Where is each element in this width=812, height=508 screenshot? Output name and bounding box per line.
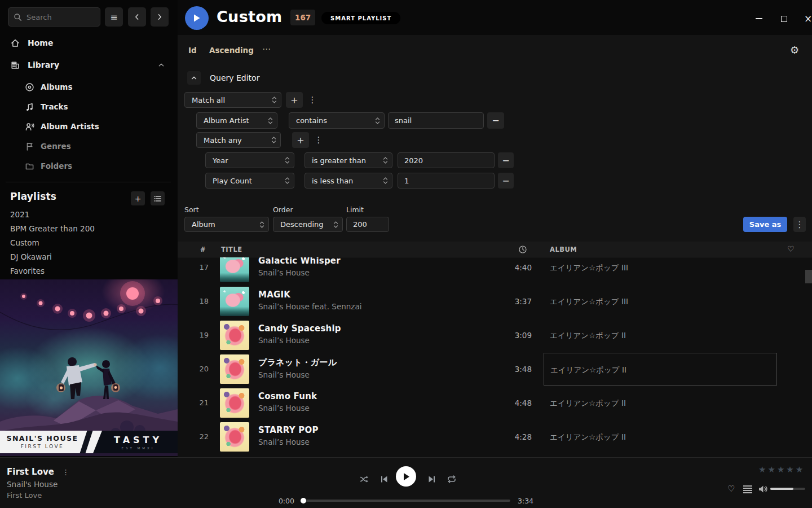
- playlist-item[interactable]: Favorites: [10, 266, 162, 277]
- rule-field-select[interactable]: Album Artist: [196, 112, 277, 129]
- sort-field-button[interactable]: Id: [188, 46, 197, 55]
- column-header-title[interactable]: TITLE: [221, 246, 242, 253]
- volume-slider[interactable]: [770, 488, 805, 490]
- play-playlist-button[interactable]: [185, 6, 209, 30]
- sidebar-item-album-artists[interactable]: Album Artists: [0, 120, 178, 133]
- track-artist[interactable]: Snail’s House: [258, 404, 317, 413]
- window-close-button[interactable]: ×: [800, 12, 812, 25]
- track-album-selected-cell[interactable]: エイリアン☆ポップ II: [544, 353, 777, 386]
- scrollbar-thumb[interactable]: [805, 270, 812, 283]
- track-title[interactable]: Candy Spaceship: [258, 323, 341, 334]
- playlist-item[interactable]: 2021: [10, 210, 162, 220]
- match-type-select[interactable]: Match all: [184, 92, 281, 108]
- track-title[interactable]: STARRY POP: [258, 425, 319, 435]
- track-album[interactable]: エイリアン☆ポップ II: [544, 421, 777, 453]
- rule-field-select[interactable]: Year: [205, 152, 294, 168]
- track-artist[interactable]: Snail’s House: [258, 437, 319, 446]
- gear-icon[interactable]: ⚙: [790, 44, 799, 56]
- now-playing-album[interactable]: First Love: [7, 491, 42, 500]
- playlist-list-button[interactable]: [151, 191, 165, 205]
- track-row[interactable]: 22 STARRY POPSnail’s House 4:28 エイリアン☆ポッ…: [178, 420, 812, 454]
- sidebar-item-home[interactable]: Home: [0, 36, 178, 50]
- save-as-button[interactable]: Save as: [743, 217, 787, 232]
- star-icon[interactable]: ★: [777, 465, 786, 475]
- column-header-index[interactable]: #: [200, 246, 206, 253]
- track-row[interactable]: 18 MAGIKSnail’s House feat. Sennzai 3:37…: [178, 284, 812, 318]
- track-album-art[interactable]: [220, 422, 249, 452]
- remove-rule-button[interactable]: −: [498, 152, 514, 168]
- add-rule-button[interactable]: +: [286, 92, 303, 108]
- sidebar-item-folders[interactable]: Folders: [0, 160, 178, 172]
- sort-direction-button[interactable]: Ascending: [209, 46, 254, 55]
- track-title[interactable]: MAGIK: [258, 290, 361, 300]
- rule-operator-select[interactable]: contains: [289, 112, 385, 129]
- previous-button[interactable]: [377, 472, 391, 487]
- now-playing-title[interactable]: First Love: [7, 467, 54, 477]
- window-minimize-button[interactable]: [751, 12, 767, 25]
- remove-rule-button[interactable]: −: [487, 112, 504, 129]
- track-album[interactable]: エイリアン☆ポップ III: [544, 285, 777, 318]
- rating-stars[interactable]: ★★★★★: [758, 465, 805, 475]
- track-artist[interactable]: Snail’s House: [258, 336, 341, 345]
- clock-icon[interactable]: [518, 245, 527, 254]
- next-button[interactable]: [425, 472, 439, 487]
- track-artist[interactable]: Snail’s House: [258, 268, 341, 277]
- nav-back-button[interactable]: [128, 7, 146, 27]
- playlist-item[interactable]: DJ Okawari: [10, 252, 162, 262]
- now-playing-album-art[interactable]: SNAIL'S HOUSE FIRST LOVE TASTY EST MMXI: [0, 279, 178, 456]
- rule-value-input[interactable]: [388, 112, 484, 129]
- menu-button[interactable]: ≡: [105, 7, 123, 27]
- favorite-button[interactable]: ♡: [727, 484, 735, 494]
- sidebar-item-albums[interactable]: Albums: [0, 81, 178, 93]
- rule-operator-select[interactable]: is greater than: [304, 152, 392, 168]
- sort-select[interactable]: Album: [184, 217, 269, 232]
- track-title[interactable]: Cosmo Funk: [258, 391, 317, 401]
- group-menu-button[interactable]: ⋮: [308, 92, 317, 108]
- volume-button[interactable]: [758, 485, 768, 493]
- rule-operator-select[interactable]: is less than: [304, 173, 392, 189]
- playlist-item[interactable]: BPM Greater than 200: [10, 224, 162, 234]
- nav-forward-button[interactable]: [151, 7, 169, 27]
- kebab-icon[interactable]: ⋮: [62, 468, 69, 476]
- rule-value-input[interactable]: [398, 173, 495, 189]
- seek-bar[interactable]: [302, 500, 510, 502]
- query-editor-collapse-button[interactable]: [187, 71, 201, 85]
- limit-input[interactable]: [346, 217, 389, 232]
- order-select[interactable]: Descending: [273, 217, 343, 232]
- column-header-album[interactable]: ALBUM: [550, 246, 577, 253]
- now-playing-artist[interactable]: Snail's House: [7, 480, 58, 489]
- track-row[interactable]: 20 プラネット・ガールSnail’s House 3:48 エイリアン☆ポップ…: [178, 352, 812, 386]
- track-album-art[interactable]: [220, 321, 249, 350]
- track-artist[interactable]: Snail’s House: [258, 370, 337, 379]
- save-menu-button[interactable]: ⋮: [793, 217, 806, 232]
- track-album[interactable]: エイリアン☆ポップ II: [544, 387, 777, 419]
- track-row[interactable]: 19 Candy SpaceshipSnail’s House 3:09 エイリ…: [178, 318, 812, 352]
- shuffle-button[interactable]: [357, 472, 372, 487]
- playlist-item[interactable]: Custom: [10, 238, 162, 248]
- rule-field-select[interactable]: Play Count: [205, 173, 294, 189]
- queue-button[interactable]: [743, 485, 752, 493]
- play-pause-button[interactable]: [396, 466, 416, 487]
- sidebar-item-library[interactable]: Library: [0, 58, 178, 72]
- search-input[interactable]: [27, 13, 89, 21]
- match-type-select[interactable]: Match any: [196, 132, 281, 148]
- repeat-button[interactable]: [444, 472, 459, 487]
- track-album-art[interactable]: [220, 287, 249, 316]
- seek-handle[interactable]: [301, 498, 306, 503]
- group-menu-button[interactable]: ⋮: [314, 132, 323, 148]
- sidebar-item-genres[interactable]: Genres: [0, 140, 178, 152]
- track-artist[interactable]: Snail’s House feat. Sennzai: [258, 302, 361, 311]
- track-row[interactable]: 21 Cosmo FunkSnail’s House 4:48 エイリアン☆ポッ…: [178, 386, 812, 420]
- track-album[interactable]: エイリアン☆ポップ II: [544, 319, 777, 352]
- star-icon[interactable]: ★: [786, 465, 795, 475]
- search-box[interactable]: [8, 7, 100, 27]
- heart-icon[interactable]: ♡: [787, 244, 795, 253]
- rule-value-input[interactable]: [398, 152, 495, 168]
- more-options-button[interactable]: ⋯: [262, 44, 271, 54]
- window-maximize-button[interactable]: [775, 12, 792, 25]
- sidebar-item-tracks[interactable]: Tracks: [0, 100, 178, 113]
- star-icon[interactable]: ★: [796, 465, 805, 475]
- track-title[interactable]: プラネット・ガール: [258, 357, 337, 368]
- chevron-up-icon[interactable]: [157, 61, 165, 69]
- remove-rule-button[interactable]: −: [498, 173, 514, 189]
